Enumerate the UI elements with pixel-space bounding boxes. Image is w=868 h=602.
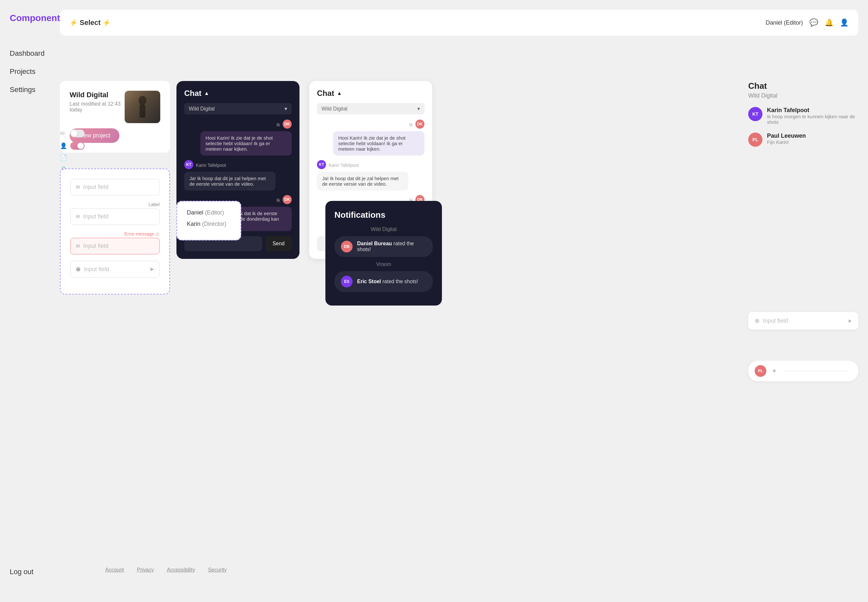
chat-sidebar-subtitle: Wild Digital bbox=[748, 92, 858, 99]
chat-sidebar-panel: Chat Wild Digital KT Karin Tafelpoot Ik … bbox=[748, 81, 858, 200]
project-info: Wild Digital Last modified at 12:43 toda… bbox=[70, 91, 125, 113]
msg3-sender: Ik bbox=[277, 198, 280, 203]
notif-action-2: rated the shots! bbox=[382, 279, 418, 284]
chat-sidebar-title: Chat bbox=[748, 81, 858, 91]
footer-accessibility[interactable]: Accessibility bbox=[167, 567, 195, 573]
bell-icon[interactable]: 🔔 bbox=[825, 18, 833, 27]
users-panel: Daniel (Editor) Karin (Director) bbox=[176, 201, 241, 240]
bottom-right-input-field[interactable]: ⊕ Input field ➤ bbox=[748, 312, 858, 330]
logo-star2-icon: ⚡ bbox=[103, 19, 111, 26]
footer-links: Account Privacy Accessibility Security bbox=[105, 567, 227, 573]
contact-avatar-kt: KT bbox=[748, 107, 762, 121]
msg2-sender: Karin Tafelpoot bbox=[196, 163, 226, 168]
chat-dark-arrow-icon: ▲ bbox=[204, 91, 209, 96]
navbar-user: Daniel (Editor) bbox=[766, 20, 803, 26]
project-title: Wild Digital bbox=[70, 91, 125, 99]
input-field-2[interactable]: ✉ Input field bbox=[70, 208, 159, 225]
input-group-3: Error message ⚠ ✉ Input field bbox=[70, 231, 159, 254]
doc-icon: 📄 bbox=[60, 154, 66, 161]
toggle-user[interactable] bbox=[70, 142, 84, 150]
msg2-avatar: KT bbox=[184, 160, 193, 169]
msg1-sender: Ik bbox=[277, 122, 280, 127]
notif-avatar-db: DB bbox=[341, 241, 352, 252]
input-field-1[interactable]: ✉ Input field bbox=[70, 179, 159, 195]
input-placeholder-3: Input field bbox=[83, 243, 109, 249]
notif-name-1: Daniel Bureau bbox=[357, 241, 392, 246]
input-placeholder-4: Input field bbox=[84, 266, 109, 273]
project-date: Last modified at 12:43 today bbox=[70, 101, 125, 113]
chat-dark-dropdown-text: Wild Digital bbox=[189, 106, 215, 112]
plus-input-row[interactable]: PL + bbox=[748, 361, 858, 381]
lmsg1-avatar: DK bbox=[415, 120, 424, 129]
input-send-icon: ⊕ bbox=[76, 266, 81, 273]
chat-light-title: Chat ▲ bbox=[317, 89, 342, 98]
notifications-card: Notifications Wild Digital DB Daniel Bur… bbox=[325, 201, 442, 306]
notif-group-label-1: Wild Digital bbox=[334, 226, 433, 232]
notifications-title: Notifications bbox=[334, 210, 433, 220]
user-role-1: (Editor) bbox=[205, 209, 224, 216]
chat-dark-send-button[interactable]: Send bbox=[265, 236, 292, 251]
input-circle-icon: ⊕ bbox=[755, 317, 759, 324]
chat-light-message-1: Ik DK Hooi Karin! Ik zie dat je de shot … bbox=[317, 120, 424, 155]
chat-icon[interactable]: 💬 bbox=[810, 18, 818, 27]
sidebar-send-icon: ➤ bbox=[848, 318, 852, 324]
lmsg2-avatar: KT bbox=[317, 160, 326, 169]
logout-button[interactable]: Log out bbox=[10, 568, 33, 576]
chat-light-message-2: KT Karin Tafelpoot Ja! Ik hoop dat dit j… bbox=[317, 160, 424, 190]
logo-star-icon: ⚡ bbox=[70, 19, 78, 26]
input-field-send[interactable]: ⊕ Input field ➤ bbox=[70, 261, 159, 278]
contact-msg-kt: Ik hoop morgen te kunnen kijken naar de … bbox=[767, 114, 858, 125]
chat-dark-title-text: Chat bbox=[184, 89, 201, 98]
contact-info-kt: Karin Tafelpoot Ik hoop morgen te kunnen… bbox=[767, 107, 858, 125]
user-role-2: (Director) bbox=[202, 221, 226, 227]
input-placeholder-2: Input field bbox=[83, 213, 109, 220]
user-item-2: Karin (Director) bbox=[187, 221, 231, 227]
msg2-bubble: Ja! Ik hoop dat dit je zal helpen met de… bbox=[184, 172, 276, 190]
lmsg2-sender: Karin Tafelpoot bbox=[329, 163, 359, 168]
contact-info-pl: Paul Leeuwen Fijn Karin! bbox=[767, 132, 806, 145]
sidebar-item-dashboard[interactable]: Dashboard bbox=[10, 49, 40, 58]
chat-dark-title: Chat ▲ bbox=[184, 89, 209, 98]
toggle-row-user: 👤 bbox=[60, 142, 84, 150]
chat-contact-1: KT Karin Tafelpoot Ik hoop morgen te kun… bbox=[748, 107, 858, 125]
toggle-email[interactable] bbox=[70, 130, 84, 137]
input-icon-1: ✉ bbox=[76, 184, 80, 190]
dropdown-chevron-icon: ▾ bbox=[285, 106, 287, 112]
msg1-bubble: Hooi Karin! Ik zie dat je de shot select… bbox=[201, 131, 292, 155]
footer-account[interactable]: Account bbox=[105, 567, 124, 573]
email-icon: ✉ bbox=[60, 130, 66, 137]
chat-light-header: Chat ▲ bbox=[317, 89, 424, 98]
navbar-right: Daniel (Editor) 💬 🔔 👤 bbox=[766, 18, 848, 27]
sidebar-input-placeholder: Input field bbox=[763, 318, 844, 324]
error-message: Error message ⚠ bbox=[70, 231, 159, 236]
lmsg2-bubble: Ja! Ik hoop dat dit je zal helpen met de… bbox=[317, 172, 408, 190]
toggle-row-email: ✉ bbox=[60, 130, 84, 137]
user-name-1: Daniel bbox=[187, 209, 203, 216]
toggles-card: ✉ 👤 📄 🔒 bbox=[60, 130, 84, 173]
chat-light-dropdown[interactable]: Wild Digital ▾ bbox=[317, 103, 424, 114]
footer-privacy[interactable]: Privacy bbox=[137, 567, 154, 573]
sidebar-item-projects[interactable]: Projects bbox=[10, 68, 40, 76]
notif-name-2: Eric Stoel bbox=[357, 279, 381, 284]
sidebar-item-settings[interactable]: Settings bbox=[10, 86, 40, 94]
user-item-1: Daniel (Editor) bbox=[187, 209, 231, 216]
contact-msg-pl: Fijn Karin! bbox=[767, 139, 806, 145]
input-group-4: ⊕ Input field ➤ bbox=[70, 261, 159, 278]
notif-item-1: DB Daniel Bureau rated the shots! bbox=[334, 236, 433, 257]
notif-group-label-2: Vroom bbox=[334, 261, 433, 267]
notif-text-1: Daniel Bureau rated the shots! bbox=[357, 241, 426, 252]
chat-light-title-text: Chat bbox=[317, 89, 334, 98]
navbar-user-role: (Editor) bbox=[784, 20, 803, 26]
input-field-3[interactable]: ✉ Input field bbox=[70, 238, 159, 254]
chat-light-chevron-icon: ▾ bbox=[417, 106, 420, 112]
footer-security[interactable]: Security bbox=[208, 567, 227, 573]
user-icon[interactable]: 👤 bbox=[840, 18, 848, 27]
chat-dark-dropdown[interactable]: Wild Digital ▾ bbox=[184, 103, 292, 114]
contact-name-kt: Karin Tafelpoot bbox=[767, 107, 858, 114]
navbar-logo: ⚡ Select ⚡ bbox=[70, 18, 111, 27]
contact-name-pl: Paul Leeuwen bbox=[767, 132, 806, 139]
contact-avatar-pl: PL bbox=[748, 132, 762, 147]
chat-message-1: Ik DK Hooi Karin! Ik zie dat je de shot … bbox=[184, 120, 292, 155]
project-image bbox=[125, 91, 160, 123]
user-toggle-icon: 👤 bbox=[60, 142, 66, 149]
